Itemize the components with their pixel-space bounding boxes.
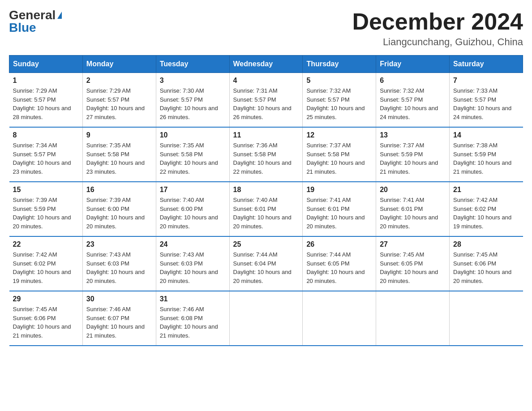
weekday-header-friday: Friday (376, 56, 450, 73)
day-info: Sunrise: 7:29 AMSunset: 5:57 PMDaylight:… (13, 86, 79, 121)
day-number: 20 (380, 186, 446, 194)
logo: General Blue (9, 9, 62, 34)
title-area: December 2024 Liangcunchang, Guizhou, Ch… (352, 9, 523, 48)
day-number: 17 (160, 186, 226, 194)
day-info: Sunrise: 7:42 AMSunset: 6:02 PMDaylight:… (13, 250, 79, 285)
day-cell: 22Sunrise: 7:42 AMSunset: 6:02 PMDayligh… (9, 236, 83, 291)
day-info: Sunrise: 7:44 AMSunset: 6:05 PMDaylight:… (306, 250, 372, 285)
day-number: 4 (233, 77, 299, 85)
weekday-header-wednesday: Wednesday (229, 56, 303, 73)
day-info: Sunrise: 7:37 AMSunset: 5:58 PMDaylight:… (306, 141, 372, 176)
day-number: 31 (160, 295, 226, 303)
week-row-1: 1Sunrise: 7:29 AMSunset: 5:57 PMDaylight… (9, 73, 523, 128)
day-cell: 6Sunrise: 7:32 AMSunset: 5:57 PMDaylight… (376, 73, 450, 128)
header: General Blue December 2024 Liangcunchang… (9, 9, 523, 48)
day-info: Sunrise: 7:39 AMSunset: 5:59 PMDaylight:… (13, 196, 79, 231)
day-number: 28 (453, 240, 519, 248)
day-info: Sunrise: 7:35 AMSunset: 5:58 PMDaylight:… (160, 141, 226, 176)
day-number: 13 (380, 131, 446, 139)
day-number: 16 (86, 186, 152, 194)
day-number: 30 (86, 295, 152, 303)
day-info: Sunrise: 7:37 AMSunset: 5:59 PMDaylight:… (380, 141, 446, 176)
day-number: 8 (13, 131, 79, 139)
weekday-header-sunday: Sunday (9, 56, 83, 73)
day-cell: 18Sunrise: 7:40 AMSunset: 6:01 PMDayligh… (229, 182, 303, 236)
day-info: Sunrise: 7:32 AMSunset: 5:57 PMDaylight:… (306, 86, 372, 121)
day-cell: 3Sunrise: 7:30 AMSunset: 5:57 PMDaylight… (156, 73, 229, 128)
day-info: Sunrise: 7:42 AMSunset: 6:02 PMDaylight:… (453, 196, 519, 231)
day-number: 7 (453, 77, 519, 85)
weekday-header-row: SundayMondayTuesdayWednesdayThursdayFrid… (9, 56, 523, 73)
day-cell: 29Sunrise: 7:45 AMSunset: 6:06 PMDayligh… (9, 291, 83, 346)
day-cell: 24Sunrise: 7:43 AMSunset: 6:03 PMDayligh… (156, 236, 229, 291)
day-number: 26 (306, 240, 372, 248)
day-cell (450, 291, 523, 346)
day-info: Sunrise: 7:29 AMSunset: 5:57 PMDaylight:… (86, 86, 152, 121)
day-number: 12 (306, 131, 372, 139)
day-number: 10 (160, 131, 226, 139)
day-cell: 14Sunrise: 7:38 AMSunset: 5:59 PMDayligh… (450, 127, 523, 182)
day-info: Sunrise: 7:44 AMSunset: 6:04 PMDaylight:… (233, 250, 299, 285)
day-info: Sunrise: 7:38 AMSunset: 5:59 PMDaylight:… (453, 141, 519, 176)
day-cell (303, 291, 376, 346)
day-cell: 11Sunrise: 7:36 AMSunset: 5:58 PMDayligh… (229, 127, 303, 182)
day-info: Sunrise: 7:35 AMSunset: 5:58 PMDaylight:… (86, 141, 152, 176)
day-cell: 30Sunrise: 7:46 AMSunset: 6:07 PMDayligh… (82, 291, 156, 346)
day-info: Sunrise: 7:41 AMSunset: 6:01 PMDaylight:… (306, 196, 372, 231)
day-cell (229, 291, 303, 346)
day-cell: 26Sunrise: 7:44 AMSunset: 6:05 PMDayligh… (303, 236, 376, 291)
day-number: 5 (306, 77, 372, 85)
week-row-5: 29Sunrise: 7:45 AMSunset: 6:06 PMDayligh… (9, 291, 523, 346)
weekday-header-monday: Monday (82, 56, 156, 73)
day-info: Sunrise: 7:45 AMSunset: 6:06 PMDaylight:… (13, 305, 79, 340)
day-number: 29 (13, 295, 79, 303)
day-number: 19 (306, 186, 372, 194)
day-number: 11 (233, 131, 299, 139)
day-info: Sunrise: 7:36 AMSunset: 5:58 PMDaylight:… (233, 141, 299, 176)
week-row-4: 22Sunrise: 7:42 AMSunset: 6:02 PMDayligh… (9, 236, 523, 291)
day-cell: 9Sunrise: 7:35 AMSunset: 5:58 PMDaylight… (82, 127, 156, 182)
day-info: Sunrise: 7:43 AMSunset: 6:03 PMDaylight:… (86, 250, 152, 285)
day-info: Sunrise: 7:30 AMSunset: 5:57 PMDaylight:… (160, 86, 226, 121)
week-row-2: 8Sunrise: 7:34 AMSunset: 5:57 PMDaylight… (9, 127, 523, 182)
weekday-header-thursday: Thursday (303, 56, 376, 73)
day-info: Sunrise: 7:33 AMSunset: 5:57 PMDaylight:… (453, 86, 519, 121)
day-cell: 15Sunrise: 7:39 AMSunset: 5:59 PMDayligh… (9, 182, 83, 236)
day-cell: 20Sunrise: 7:41 AMSunset: 6:01 PMDayligh… (376, 182, 450, 236)
day-number: 22 (13, 240, 79, 248)
day-cell: 21Sunrise: 7:42 AMSunset: 6:02 PMDayligh… (450, 182, 523, 236)
logo-blue-text: Blue (9, 21, 36, 34)
day-cell: 19Sunrise: 7:41 AMSunset: 6:01 PMDayligh… (303, 182, 376, 236)
calendar-title: December 2024 (352, 9, 523, 34)
day-info: Sunrise: 7:45 AMSunset: 6:06 PMDaylight:… (453, 250, 519, 285)
day-info: Sunrise: 7:45 AMSunset: 6:05 PMDaylight:… (380, 250, 446, 285)
calendar-subtitle: Liangcunchang, Guizhou, China (352, 36, 523, 48)
day-cell: 5Sunrise: 7:32 AMSunset: 5:57 PMDaylight… (303, 73, 376, 128)
day-info: Sunrise: 7:32 AMSunset: 5:57 PMDaylight:… (380, 86, 446, 121)
day-number: 23 (86, 240, 152, 248)
day-info: Sunrise: 7:46 AMSunset: 6:08 PMDaylight:… (160, 305, 226, 340)
day-number: 2 (86, 77, 152, 85)
day-number: 27 (380, 240, 446, 248)
day-cell: 25Sunrise: 7:44 AMSunset: 6:04 PMDayligh… (229, 236, 303, 291)
week-row-3: 15Sunrise: 7:39 AMSunset: 5:59 PMDayligh… (9, 182, 523, 236)
day-number: 21 (453, 186, 519, 194)
day-cell: 16Sunrise: 7:39 AMSunset: 6:00 PMDayligh… (82, 182, 156, 236)
calendar-table: SundayMondayTuesdayWednesdayThursdayFrid… (9, 55, 523, 346)
day-number: 15 (13, 186, 79, 194)
day-cell: 10Sunrise: 7:35 AMSunset: 5:58 PMDayligh… (156, 127, 229, 182)
day-cell: 13Sunrise: 7:37 AMSunset: 5:59 PMDayligh… (376, 127, 450, 182)
day-cell: 8Sunrise: 7:34 AMSunset: 5:57 PMDaylight… (9, 127, 83, 182)
day-number: 14 (453, 131, 519, 139)
day-cell: 12Sunrise: 7:37 AMSunset: 5:58 PMDayligh… (303, 127, 376, 182)
day-info: Sunrise: 7:40 AMSunset: 6:00 PMDaylight:… (160, 196, 226, 231)
weekday-header-saturday: Saturday (450, 56, 523, 73)
day-info: Sunrise: 7:34 AMSunset: 5:57 PMDaylight:… (13, 141, 79, 176)
day-cell: 1Sunrise: 7:29 AMSunset: 5:57 PMDaylight… (9, 73, 83, 128)
day-cell: 28Sunrise: 7:45 AMSunset: 6:06 PMDayligh… (450, 236, 523, 291)
day-info: Sunrise: 7:43 AMSunset: 6:03 PMDaylight:… (160, 250, 226, 285)
logo-triangle-icon (57, 12, 62, 19)
day-info: Sunrise: 7:46 AMSunset: 6:07 PMDaylight:… (86, 305, 152, 340)
day-number: 25 (233, 240, 299, 248)
logo-general-text: General (9, 9, 56, 21)
